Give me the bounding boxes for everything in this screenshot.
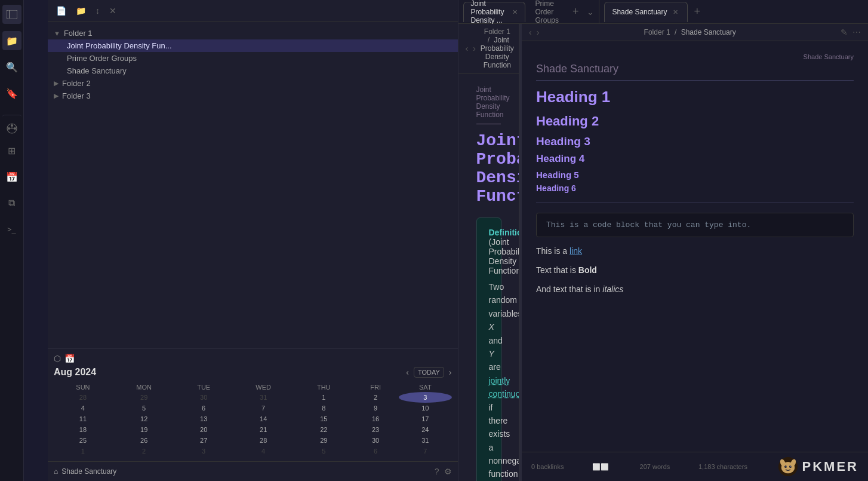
- cal-day[interactable]: 1: [295, 392, 352, 403]
- cal-day[interactable]: 16: [352, 413, 399, 424]
- settings-icon[interactable]: ⚙: [444, 467, 452, 476]
- sort-button[interactable]: ↕: [93, 5, 102, 17]
- cal-day[interactable]: 5: [295, 446, 352, 457]
- graph-view-button[interactable]: ⬡: [54, 354, 61, 363]
- cal-day[interactable]: 3: [176, 446, 231, 457]
- folder-item-folder2[interactable]: ▶ Folder 2: [48, 77, 458, 90]
- tab-ss[interactable]: Shade Sanctuary ✕: [604, 2, 688, 22]
- explorer-icon[interactable]: 📁: [2, 31, 21, 50]
- cal-day[interactable]: 17: [399, 413, 451, 424]
- terminal-icon[interactable]: >_: [2, 220, 21, 239]
- cal-day[interactable]: 27: [176, 435, 231, 446]
- tab-jpdf[interactable]: Joint Probability Density ... ✕: [463, 2, 525, 22]
- cal-day[interactable]: 6: [176, 403, 231, 413]
- cal-day[interactable]: 24: [399, 424, 451, 435]
- collapse-button[interactable]: ✕: [107, 5, 119, 17]
- def-and: and: [489, 336, 503, 345]
- graph-icon-sidebar[interactable]: [2, 115, 21, 134]
- preview-doc-title: Shade Sanctuary: [536, 63, 854, 81]
- cal-day[interactable]: 5: [112, 403, 176, 413]
- folder-item-folder3[interactable]: ▶ Folder 3: [48, 90, 458, 102]
- cal-today-button[interactable]: TODAY: [414, 367, 444, 378]
- calendar-button[interactable]: 📅: [64, 354, 75, 363]
- cal-day[interactable]: 22: [295, 424, 352, 435]
- preview-body-italic: And text that is in italics: [536, 283, 854, 297]
- sidebar-toggle-icon[interactable]: [2, 5, 21, 24]
- cal-day[interactable]: 15: [295, 413, 352, 424]
- calendar-icon-sidebar[interactable]: 📅: [2, 167, 21, 186]
- cal-day[interactable]: 30: [176, 392, 231, 403]
- cal-day[interactable]: 7: [232, 403, 296, 413]
- editor-forward-button[interactable]: ›: [473, 44, 476, 53]
- cal-day[interactable]: 28: [232, 435, 296, 446]
- preview-edit-button[interactable]: ✎: [841, 27, 848, 37]
- ss-label: Shade Sanctuary: [67, 66, 127, 75]
- preview-italic-text: italics: [602, 284, 623, 294]
- preview-more-button[interactable]: ⋯: [852, 27, 861, 37]
- bookmark-icon[interactable]: 🔖: [2, 84, 21, 103]
- new-folder-button[interactable]: 📁: [73, 5, 88, 17]
- cal-next-button[interactable]: ›: [449, 367, 452, 377]
- cal-day[interactable]: 2: [352, 392, 399, 403]
- cal-day[interactable]: 8: [295, 403, 352, 413]
- cal-day[interactable]: 6: [352, 446, 399, 457]
- preview-back-button[interactable]: ‹: [529, 27, 532, 37]
- cal-day[interactable]: 20: [176, 424, 231, 435]
- grid-icon[interactable]: ⊞: [2, 141, 21, 160]
- svg-rect-0: [7, 10, 17, 19]
- preview-breadcrumb-file: Shade Sanctuary: [681, 28, 736, 36]
- add-tab-left-button[interactable]: +: [569, 5, 583, 18]
- tab-dropdown-left[interactable]: ⌄: [587, 7, 594, 17]
- def-are: are: [489, 362, 501, 372]
- preview-h1: Heading 1: [536, 88, 854, 106]
- preview-h5: Heading 5: [536, 170, 854, 180]
- cal-day[interactable]: 7: [399, 446, 451, 457]
- search-icon[interactable]: 🔍: [2, 57, 21, 76]
- cal-day[interactable]: 23: [352, 424, 399, 435]
- code-block[interactable]: This is a code block that you can type i…: [536, 213, 854, 237]
- file-item-jpdf[interactable]: Joint Probability Density Fun...: [48, 39, 458, 52]
- folder2-label: Folder 2: [62, 79, 91, 88]
- cal-day[interactable]: 1: [54, 446, 112, 457]
- file-item-ss[interactable]: Shade Sanctuary: [48, 65, 458, 77]
- cal-day[interactable]: 25: [54, 435, 112, 446]
- stack-icon[interactable]: ⧉: [2, 194, 21, 213]
- folder3-label: Folder 3: [62, 91, 91, 100]
- cal-day[interactable]: 11: [54, 413, 112, 424]
- cal-day[interactable]: 19: [112, 424, 176, 435]
- tab-jpdf-close[interactable]: ✕: [512, 7, 518, 17]
- cal-day[interactable]: 31: [399, 435, 451, 446]
- cal-day[interactable]: 14: [232, 413, 296, 424]
- cal-day[interactable]: 4: [232, 446, 296, 457]
- cal-day[interactable]: 29: [295, 435, 352, 446]
- cal-day[interactable]: 10: [399, 403, 451, 413]
- cal-day[interactable]: 21: [232, 424, 296, 435]
- add-tab-right-button[interactable]: +: [690, 5, 704, 18]
- cal-prev-button[interactable]: ‹: [406, 367, 409, 377]
- help-icon[interactable]: ?: [435, 467, 439, 476]
- definition-box: Definition (Joint Probability Density Fu…: [476, 217, 501, 481]
- preview-content: Shade Sanctuary Shade Sanctuary Heading …: [522, 41, 868, 452]
- cal-day[interactable]: 9: [352, 403, 399, 413]
- preview-link[interactable]: link: [570, 246, 582, 256]
- cal-day[interactable]: 4: [54, 403, 112, 413]
- new-file-button[interactable]: 📄: [54, 5, 69, 17]
- cal-day[interactable]: 2: [112, 446, 176, 457]
- cal-day[interactable]: 18: [54, 424, 112, 435]
- tab-pog[interactable]: Prime Order Groups: [528, 2, 567, 22]
- cal-day[interactable]: 31: [232, 392, 296, 403]
- cal-day[interactable]: 3: [399, 392, 451, 403]
- vault-name: ⌂ Shade Sanctuary: [54, 467, 116, 476]
- cal-day[interactable]: 30: [352, 435, 399, 446]
- cal-day[interactable]: 26: [112, 435, 176, 446]
- cal-day[interactable]: 28: [54, 392, 112, 403]
- preview-forward-button[interactable]: ›: [537, 27, 540, 37]
- cal-day[interactable]: 12: [112, 413, 176, 424]
- file-item-pog[interactable]: Prime Order Groups: [48, 52, 458, 65]
- folder-item-folder1[interactable]: ▼ Folder 1: [48, 27, 458, 39]
- tab-ss-close[interactable]: ✕: [670, 7, 680, 17]
- editor-back-button[interactable]: ‹: [466, 44, 469, 53]
- cal-day[interactable]: 13: [176, 413, 231, 424]
- file-tree: ▼ Folder 1 Joint Probability Density Fun…: [48, 22, 458, 348]
- cal-day[interactable]: 29: [112, 392, 176, 403]
